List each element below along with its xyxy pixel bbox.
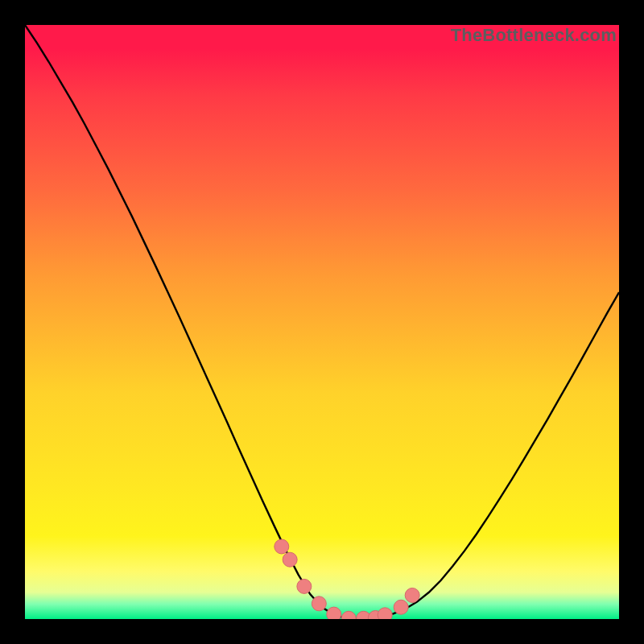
curve-marker — [341, 611, 356, 619]
bottleneck-curve — [25, 25, 619, 619]
curve-layer — [25, 25, 619, 619]
curve-marker — [312, 597, 326, 611]
curve-marker — [297, 579, 312, 593]
watermark-text: TheBottleneck.com — [451, 25, 617, 46]
chart-frame: TheBottleneck.com — [0, 0, 644, 644]
curve-marker — [378, 608, 392, 619]
marker-group — [275, 539, 419, 619]
curve-marker — [327, 607, 341, 619]
plot-area — [25, 25, 619, 619]
curve-marker — [405, 588, 419, 602]
curve-marker — [283, 552, 297, 567]
curve-marker — [394, 600, 408, 614]
curve-marker — [275, 539, 289, 554]
